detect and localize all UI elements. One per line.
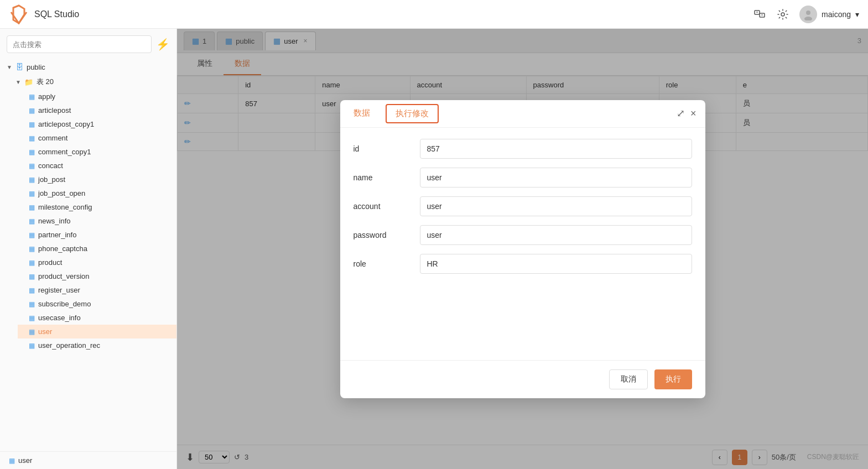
modal-body-empty-space [354, 283, 692, 349]
content-area: ▦ 1 ▦ public ▦ user × 3 属性 数据 [177, 29, 868, 469]
table-icon: ▦ [29, 93, 35, 101]
table-label: partner_info [38, 231, 76, 239]
sidebar-label-tables: 表 20 [37, 77, 54, 87]
table-label: articlepost_copy1 [38, 120, 94, 128]
refresh-icon[interactable]: ⚡ [156, 38, 170, 51]
avatar [799, 6, 817, 23]
modal-tab-data[interactable]: 数据 [342, 100, 381, 127]
expand-icon[interactable]: ⤢ [677, 107, 685, 119]
close-icon[interactable]: × [690, 108, 697, 119]
table-icon: ▦ [29, 121, 35, 128]
sidebar-item-partner-info[interactable]: ▦ partner_info [18, 228, 176, 242]
table-label: register_user [38, 286, 80, 294]
table-icon: ▦ [29, 259, 35, 267]
field-row-password: password [354, 225, 692, 245]
sidebar-item-user[interactable]: ▦ user [18, 325, 176, 338]
modal-body: id name account password [340, 128, 705, 360]
table-icon: ▦ [29, 286, 35, 294]
table-icon: ▦ [29, 204, 35, 211]
db-icon: 🗄 [15, 62, 23, 71]
main-layout: ⚡ ▼ 🗄 public ▼ 📁 表 20 ▦ apply [0, 29, 868, 469]
field-input-role[interactable] [420, 254, 692, 274]
modal-header: 数据 执行修改 ⤢ × [340, 100, 705, 128]
table-icon: ▦ [29, 300, 35, 308]
sidebar-item-job-post[interactable]: ▦ job_post [18, 173, 176, 186]
field-label-account: account [354, 202, 420, 211]
sidebar-item-milestone-config[interactable]: ▦ milestone_config [18, 200, 176, 214]
sidebar-search-area: ⚡ [0, 29, 176, 58]
sidebar-item-user-operation-rec[interactable]: ▦ user_operation_rec [18, 338, 176, 352]
modal-tab-execute-label: 执行修改 [396, 108, 429, 118]
sidebar-item-articlepost[interactable]: ▦ articlepost [18, 103, 176, 117]
topbar-right: maicong ▾ [753, 6, 859, 23]
chevron-down-icon: ▾ [855, 10, 859, 19]
field-row-name: name [354, 168, 692, 187]
modal-footer: 取消 执行 [340, 360, 705, 398]
sidebar-item-public[interactable]: ▼ 🗄 public [0, 60, 176, 74]
field-input-account[interactable] [420, 196, 692, 216]
sidebar-item-product-version[interactable]: ▦ product_version [18, 269, 176, 283]
cancel-button[interactable]: 取消 [609, 369, 648, 389]
table-label: user_operation_rec [38, 341, 100, 350]
table-label: product_version [38, 272, 90, 280]
table-label: job_post_open [38, 189, 85, 197]
sidebar-item-concact[interactable]: ▦ concact [18, 159, 176, 173]
sidebar-item-product[interactable]: ▦ product [18, 256, 176, 269]
table-icon: ▦ [29, 273, 35, 280]
svg-point-5 [806, 11, 810, 15]
sidebar-item-articlepost-copy1[interactable]: ▦ articlepost_copy1 [18, 117, 176, 131]
sidebar-item-comment[interactable]: ▦ comment [18, 131, 176, 145]
svg-point-4 [781, 13, 784, 16]
sidebar-item-comment-copy1[interactable]: ▦ comment_copy1 [18, 145, 176, 159]
table-label: subscribe_demo [38, 300, 91, 308]
sidebar-item-apply[interactable]: ▦ apply [18, 90, 176, 103]
chevron-down-icon: ▼ [7, 64, 12, 70]
translate-icon[interactable] [753, 8, 766, 21]
table-icon: ▦ [29, 245, 35, 253]
sidebar-item-register-user[interactable]: ▦ register_user [18, 283, 176, 297]
field-input-name[interactable] [420, 168, 692, 187]
modal-tab-data-label: 数据 [354, 108, 370, 117]
sidebar-sub-public: ▼ 📁 表 20 ▦ apply ▦ articlepost ▦ a [0, 74, 176, 352]
table-icon: ▦ [29, 176, 35, 184]
username-label: maicong [822, 10, 851, 19]
modal-overlay: 数据 执行修改 ⤢ × id [177, 29, 868, 469]
topbar: SQL Studio maicong ▾ [0, 0, 868, 29]
table-label: job_post [38, 175, 65, 184]
table-icon: ▦ [29, 342, 35, 350]
field-row-role: role [354, 254, 692, 274]
app-title: SQL Studio [34, 9, 79, 19]
field-label-role: role [354, 259, 420, 268]
table-label: news_info [38, 217, 71, 225]
field-label-id: id [354, 144, 420, 153]
modal: 数据 执行修改 ⤢ × id [340, 100, 705, 398]
table-icon: ▦ [29, 231, 35, 239]
table-icon: ▦ [29, 107, 35, 114]
search-input[interactable] [7, 35, 152, 53]
sidebar-tables-list: ▦ apply ▦ articlepost ▦ articlepost_copy… [9, 90, 176, 352]
sidebar-folder-tables[interactable]: ▼ 📁 表 20 [9, 74, 176, 90]
sidebar-item-subscribe-demo[interactable]: ▦ subscribe_demo [18, 297, 176, 311]
sidebar-item-job-post-open[interactable]: ▦ job_post_open [18, 186, 176, 200]
sidebar-item-usecase-info[interactable]: ▦ usecase_info [18, 311, 176, 325]
table-icon: ▦ [29, 134, 35, 142]
field-input-password[interactable] [420, 225, 692, 245]
sidebar-item-phone-captcha[interactable]: ▦ phone_captcha [18, 242, 176, 256]
user-menu[interactable]: maicong ▾ [799, 6, 859, 23]
table-label: apply [38, 92, 55, 101]
table-icon: ▦ [29, 314, 35, 322]
sidebar-item-news-info[interactable]: ▦ news_info [18, 214, 176, 228]
field-label-name: name [354, 173, 420, 182]
modal-tab-execute[interactable]: 执行修改 [386, 104, 439, 123]
execute-button[interactable]: 执行 [654, 369, 692, 389]
table-icon: ▦ [29, 217, 35, 225]
table-label: comment [38, 134, 67, 142]
table-label: milestone_config [38, 203, 92, 211]
logo [9, 4, 29, 24]
table-icon: ▦ [9, 457, 15, 465]
sidebar-bottom-user: ▦ user [0, 451, 176, 469]
settings-icon[interactable] [776, 8, 789, 21]
svg-point-6 [804, 17, 812, 20]
table-label: articlepost [38, 106, 71, 114]
field-input-id[interactable] [420, 139, 692, 159]
